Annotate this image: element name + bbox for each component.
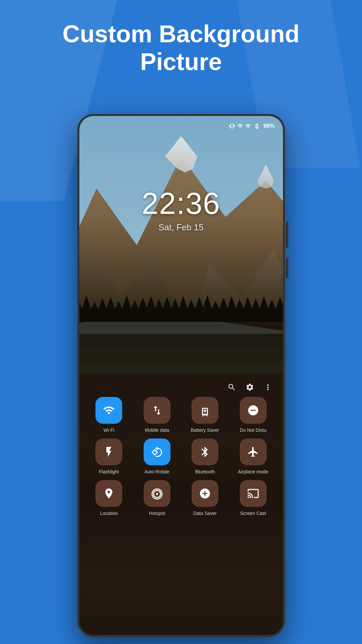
quick-settings-panel: Wi-Fi Mobile data	[79, 373, 283, 635]
tile-location[interactable]: Location	[87, 480, 131, 516]
auto-rotate-tile-label: Auto-Rotate	[144, 469, 169, 475]
data-saver-tile-icon	[192, 480, 218, 507]
location-tile-icon	[95, 480, 122, 507]
tile-screen-cast[interactable]: Screen Cast	[231, 480, 275, 516]
bluetooth-tile-icon	[192, 438, 218, 465]
dnd-tile-label: Do Not Distu	[240, 427, 266, 433]
wifi-tile-label: Wi-Fi	[103, 427, 115, 433]
tile-airplane[interactable]: Airplane mode	[231, 438, 275, 475]
screen-cast-tile-label: Screen Cast	[240, 510, 266, 516]
location-tile-label: Location	[100, 510, 118, 516]
battery-saver-tile-icon	[192, 397, 218, 424]
settings-button[interactable]	[245, 383, 254, 392]
tile-wifi[interactable]: Wi-Fi	[87, 397, 131, 433]
volume-button	[286, 258, 288, 278]
battery-saver-tile-label: Battery Saver	[191, 427, 219, 433]
status-bar: 98%	[79, 116, 283, 136]
tile-mobile-data[interactable]: Mobile data	[135, 397, 179, 433]
tile-hotspot[interactable]: Hotspot	[135, 480, 179, 516]
quick-tiles-row2: Flashlight Auto-Rotate	[85, 438, 278, 475]
flashlight-tile-icon	[95, 438, 122, 465]
flashlight-tile-label: Flashlight	[99, 469, 119, 475]
mobile-data-tile-icon	[144, 397, 170, 424]
quick-tiles-row3: Location Hotspot	[85, 480, 278, 516]
data-saver-tile-label: Data Saver	[193, 510, 217, 516]
power-button	[286, 221, 288, 248]
tile-battery-saver[interactable]: Battery Saver	[184, 397, 227, 433]
phone-frame: 98% 22:36 Sat, Feb 15	[77, 114, 285, 637]
tile-flashlight[interactable]: Flashlight	[87, 438, 131, 475]
screen-cast-tile-icon	[240, 480, 267, 507]
signal-icon	[237, 123, 243, 129]
battery-icon	[253, 123, 261, 129]
search-button[interactable]	[227, 383, 236, 392]
dnd-tile-icon	[240, 397, 267, 424]
quick-tiles-row1: Wi-Fi Mobile data	[85, 397, 278, 433]
status-wifi-icon	[245, 123, 251, 129]
mobile-data-tile-label: Mobile data	[145, 427, 169, 433]
clock-time: 22:36	[79, 186, 283, 221]
page-title: Custom Background Picture	[0, 20, 362, 76]
airplane-tile-icon	[240, 438, 267, 465]
tile-auto-rotate[interactable]: Auto-Rotate	[135, 438, 179, 475]
panel-actions	[85, 380, 278, 397]
clock-date: Sat, Feb 15	[79, 222, 283, 233]
tile-data-saver[interactable]: Data Saver	[184, 480, 227, 516]
wifi-tile-icon	[95, 397, 122, 424]
auto-rotate-tile-icon	[144, 438, 170, 465]
time-display: 22:36 Sat, Feb 15	[79, 186, 283, 233]
phone-mockup: 98% 22:36 Sat, Feb 15	[77, 114, 285, 637]
tile-dnd[interactable]: Do Not Distu	[231, 397, 275, 433]
vibrate-icon	[229, 123, 235, 129]
hotspot-tile-label: Hotspot	[149, 510, 165, 516]
tile-bluetooth[interactable]: Bluetooth	[184, 438, 227, 475]
phone-screen: 98% 22:36 Sat, Feb 15	[79, 116, 283, 635]
airplane-tile-label: Airplane mode	[238, 469, 268, 475]
battery-percent: 98%	[263, 123, 275, 129]
hotspot-tile-icon	[144, 480, 170, 507]
bluetooth-tile-label: Bluetooth	[195, 469, 215, 475]
more-options-button[interactable]	[264, 383, 272, 392]
